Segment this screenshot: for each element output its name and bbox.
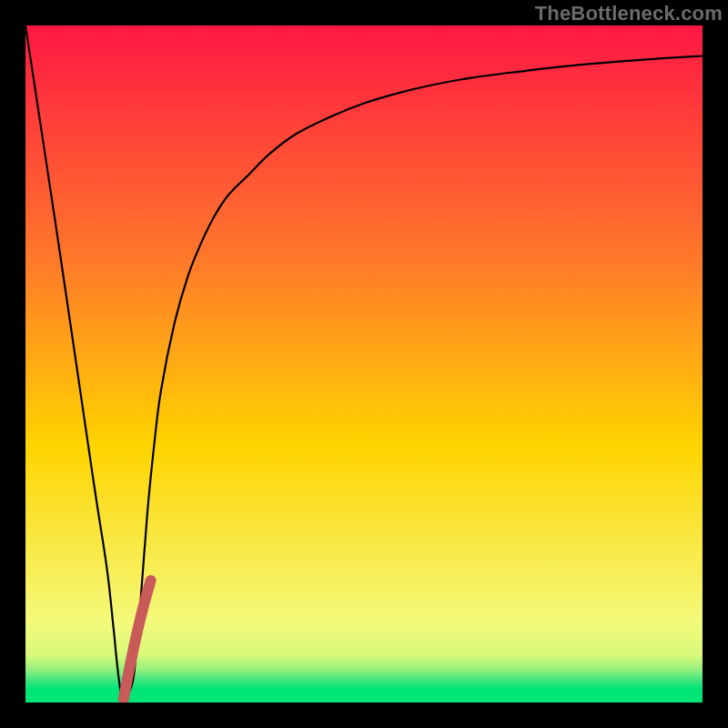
watermark-text: TheBottleneck.com bbox=[535, 2, 723, 25]
plot-area bbox=[25, 25, 703, 703]
chart-svg bbox=[25, 25, 703, 703]
chart-frame: TheBottleneck.com bbox=[0, 0, 728, 728]
gradient-background bbox=[25, 25, 703, 703]
